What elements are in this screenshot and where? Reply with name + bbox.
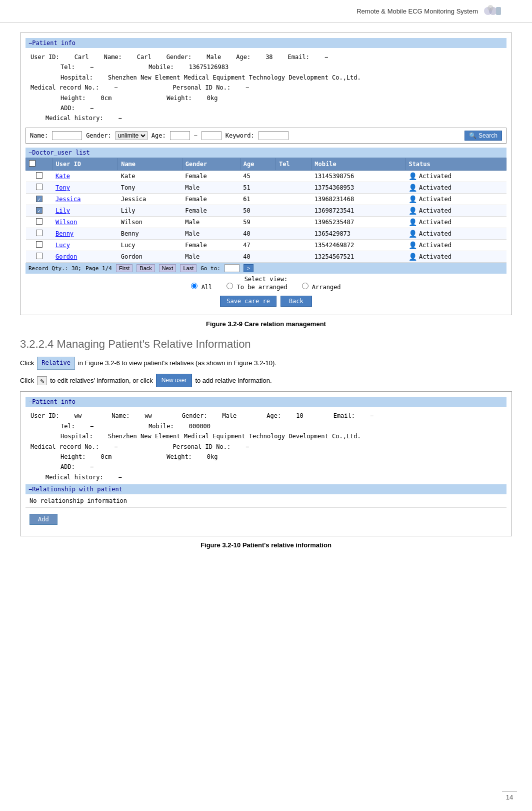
col-tel[interactable]: Tel [276, 158, 312, 170]
col-status[interactable]: Status [406, 158, 506, 170]
personal-id-label: Personal ID No.: [173, 83, 231, 93]
search-age-dash: − [194, 132, 198, 139]
doctor-list-header: −Doctor_user list [26, 148, 506, 158]
checkbox-2[interactable]: ✓ [36, 196, 42, 202]
page-number: 14 [502, 791, 517, 801]
row-age: 40 [240, 228, 276, 240]
col-mobile[interactable]: Mobile [312, 158, 406, 170]
radio-arranged-label[interactable]: Arranged [302, 284, 341, 291]
search-age-max[interactable] [202, 131, 222, 140]
person-icon: 👤 [408, 241, 417, 249]
row-id[interactable]: Benny [52, 228, 118, 240]
row-id[interactable]: Kate [52, 170, 118, 182]
first-button[interactable]: First [116, 264, 132, 272]
row-checkbox[interactable] [26, 217, 52, 228]
row-name: Lily [118, 205, 182, 217]
height-value: 0cm [101, 93, 112, 103]
checkbox-7[interactable] [36, 253, 42, 259]
back-nav-button[interactable]: Back [136, 264, 154, 272]
save-care-button[interactable]: Save care re [220, 296, 276, 307]
row-id[interactable]: Tony [52, 182, 118, 194]
tel-value2: − [90, 421, 94, 431]
col-gender[interactable]: Gender [182, 158, 240, 170]
edit-icon[interactable]: ✎ [37, 376, 47, 385]
row-checkbox[interactable] [26, 182, 52, 194]
next-nav-button[interactable]: Next [159, 264, 176, 272]
header-checkbox[interactable] [29, 160, 36, 167]
last-button[interactable]: Last [180, 264, 196, 272]
row-checkbox[interactable] [26, 170, 52, 182]
new-user-button[interactable]: New user [156, 374, 192, 388]
row-id[interactable]: Wilson [52, 217, 118, 228]
add-relative-button[interactable]: Add [30, 514, 58, 525]
search-button[interactable]: 🔍 Search [464, 131, 502, 141]
goto-go-button[interactable]: > [244, 264, 254, 272]
row-id[interactable]: Lucy [52, 240, 118, 251]
radio-arranged[interactable] [302, 283, 308, 289]
radio-arrange[interactable] [226, 283, 233, 289]
row-age: 61 [240, 194, 276, 205]
checkbox-3[interactable]: ✓ [36, 207, 42, 214]
row-id[interactable]: Jessica [52, 194, 118, 205]
person-icon: 👤 [408, 218, 417, 226]
person-icon: 👤 [408, 230, 417, 238]
col-age[interactable]: Age [240, 158, 276, 170]
para2-prefix: Click [20, 375, 34, 386]
search-age-min[interactable] [170, 131, 190, 140]
checkbox-0[interactable] [36, 172, 42, 179]
user-id-value2: ww [74, 411, 82, 421]
relative-button[interactable]: Relative [37, 357, 75, 370]
row-checkbox[interactable]: ✓ [26, 205, 52, 217]
search-keyword-input[interactable] [258, 131, 288, 140]
header-title: Remote & Mobile ECG Monitoring System [356, 8, 478, 15]
row-age: 40 [240, 251, 276, 263]
row-status: 👤 Activated [406, 240, 506, 251]
record-footer: Record Qty.: 30; Page 1/4 First Back Nex… [26, 263, 506, 274]
paragraph2: Click ✎ to edit relatives' information, … [20, 374, 512, 388]
row-tel [276, 228, 312, 240]
col-user-id[interactable]: User ID [52, 158, 118, 170]
email-label: Email: [288, 52, 310, 62]
row-checkbox[interactable]: ✓ [26, 194, 52, 205]
status-text: Activated [419, 173, 452, 180]
row-name: Gordon [118, 251, 182, 263]
table-row: Kate Kate Female 45 13145398756 👤 Activa… [26, 170, 506, 182]
row-mobile: 13754368953 [312, 182, 406, 194]
status-text: Activated [419, 253, 452, 260]
tel-label2: Tel: [60, 421, 75, 431]
checkbox-1[interactable] [36, 184, 42, 190]
row-mobile: 13542469872 [312, 240, 406, 251]
gender-value: Male [206, 52, 221, 62]
checkbox-4[interactable] [36, 218, 42, 225]
search-gender-select[interactable]: unlimite Male Female [116, 131, 148, 140]
col-name[interactable]: Name [118, 158, 182, 170]
back-button[interactable]: Back [280, 296, 312, 307]
goto-input[interactable] [224, 264, 240, 272]
figure1-box: −Patient info User ID: Carl Name: Carl G… [20, 33, 512, 315]
personal-id-label2: Personal ID No.: [173, 442, 231, 452]
tel-value: − [90, 62, 94, 72]
row-mobile: 13968231468 [312, 194, 406, 205]
gender-label: Gender: [166, 52, 192, 62]
search-name-input[interactable] [52, 131, 82, 140]
checkbox-6[interactable] [36, 241, 42, 248]
row-name: Tony [118, 182, 182, 194]
person-icon: 👤 [408, 195, 417, 203]
radio-all-label[interactable]: All [191, 284, 216, 291]
row-checkbox[interactable] [26, 228, 52, 240]
person-icon: 👤 [408, 172, 417, 180]
radio-arrange-label[interactable]: To be arranged [226, 284, 291, 291]
svg-rect-3 [496, 7, 501, 15]
checkbox-5[interactable] [36, 230, 42, 236]
figure2-caption: Figure 3.2-10 Patient's relative informa… [20, 541, 512, 549]
radio-all[interactable] [191, 283, 198, 289]
row-id[interactable]: Lily [52, 205, 118, 217]
row-id[interactable]: Gordon [52, 251, 118, 263]
row-name: Wilson [118, 217, 182, 228]
row-tel [276, 182, 312, 194]
row-checkbox[interactable] [26, 251, 52, 263]
row-checkbox[interactable] [26, 240, 52, 251]
svg-point-2 [488, 5, 494, 11]
section-number: 3.2.2.4 [20, 338, 54, 350]
mobile-value: 13675126983 [189, 62, 228, 72]
